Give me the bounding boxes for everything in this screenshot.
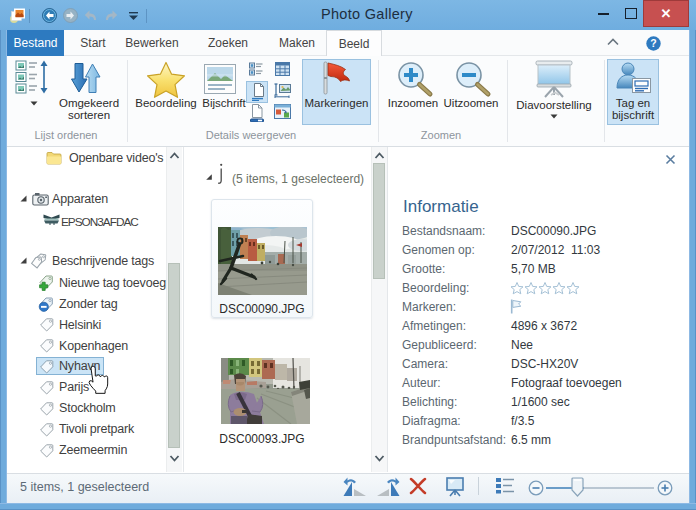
svg-text:?: ?	[650, 37, 656, 49]
